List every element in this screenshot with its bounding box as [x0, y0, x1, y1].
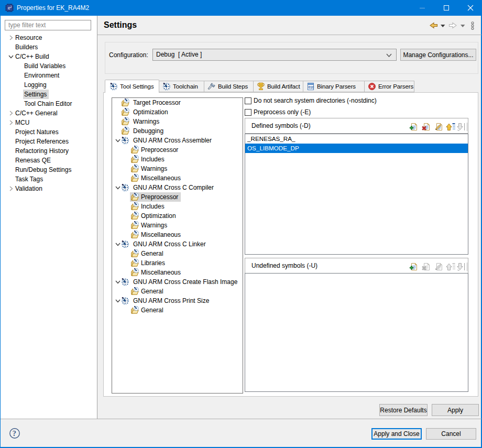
svg-text:010: 010 [309, 85, 314, 89]
svg-text:2: 2 [10, 5, 12, 8]
svg-text:?: ? [13, 429, 16, 438]
